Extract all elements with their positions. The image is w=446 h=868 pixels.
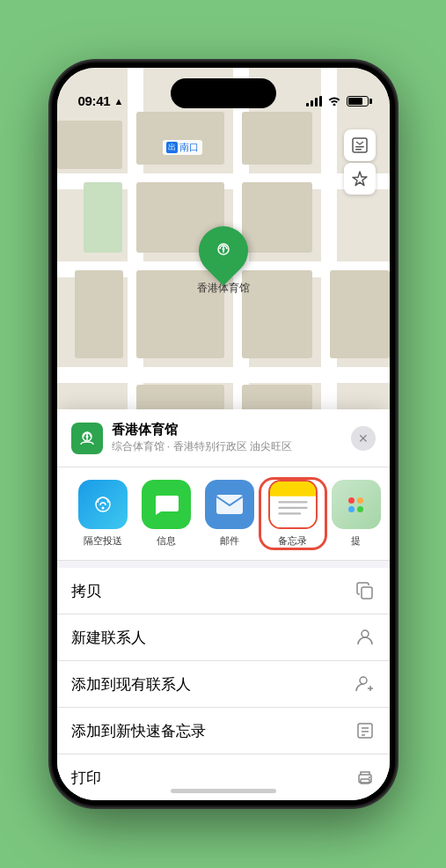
battery-icon xyxy=(347,96,369,107)
person-add-icon xyxy=(355,673,376,695)
svg-rect-13 xyxy=(270,497,316,527)
map-pin: 香港体育馆 xyxy=(197,226,250,296)
notes-label: 备忘录 xyxy=(278,534,307,548)
map-block xyxy=(75,270,123,358)
action-quick-note[interactable]: 添加到新快速备忘录 xyxy=(57,708,390,754)
action-copy[interactable]: 拷贝 xyxy=(57,568,390,614)
copy-label: 拷贝 xyxy=(71,581,101,601)
dot-orange xyxy=(357,497,363,504)
pin-inner xyxy=(206,233,241,268)
svg-rect-15 xyxy=(278,507,307,509)
svg-point-28 xyxy=(369,776,370,778)
location-card: 香港体育馆 综合体育馆 · 香港特别行政区 油尖旺区 ✕ xyxy=(57,409,390,467)
status-icons xyxy=(306,94,369,108)
messages-icon xyxy=(142,480,191,529)
map-block xyxy=(242,182,312,253)
copy-icon xyxy=(355,580,376,601)
map-block xyxy=(242,270,312,358)
map-block xyxy=(330,270,390,358)
more-apps-icon xyxy=(332,480,381,529)
phone-screen: 09:41 ▲ xyxy=(57,68,390,800)
pin-circle xyxy=(188,216,258,285)
signal-bar-2 xyxy=(311,100,313,107)
add-contact-label: 添加到现有联系人 xyxy=(71,674,191,695)
new-contact-label: 新建联系人 xyxy=(71,628,146,648)
airdrop-label: 隔空投送 xyxy=(84,534,122,548)
svg-point-19 xyxy=(360,677,367,684)
entrance-text: 南口 xyxy=(179,141,199,154)
airdrop-icon xyxy=(78,480,128,529)
location-venue-icon xyxy=(71,423,103,454)
svg-rect-16 xyxy=(278,512,301,514)
map-block xyxy=(84,182,122,253)
dot-blue xyxy=(348,506,355,512)
svg-rect-27 xyxy=(361,779,369,783)
map-block xyxy=(57,121,122,169)
svg-point-9 xyxy=(101,507,104,510)
print-icon xyxy=(355,767,376,788)
signal-bar-4 xyxy=(319,96,322,107)
map-block xyxy=(136,112,224,165)
location-icon: ▲ xyxy=(113,96,123,107)
map-type-button[interactable] xyxy=(344,129,376,161)
svg-point-18 xyxy=(362,630,369,637)
mail-label: 邮件 xyxy=(220,534,239,548)
share-item-messages[interactable]: 信息 xyxy=(135,480,198,548)
location-name: 香港体育馆 xyxy=(112,422,292,438)
share-item-mail[interactable]: 邮件 xyxy=(198,480,261,548)
print-label: 打印 xyxy=(71,768,101,788)
map-road xyxy=(57,367,390,383)
svg-point-8 xyxy=(85,435,88,438)
svg-rect-0 xyxy=(353,138,367,152)
location-info: 香港体育馆 综合体育馆 · 香港特别行政区 油尖旺区 xyxy=(71,422,292,454)
entrance-tag: 出 xyxy=(166,142,178,153)
wifi-icon xyxy=(327,94,341,108)
location-subtitle: 综合体育馆 · 香港特别行政区 油尖旺区 xyxy=(112,439,292,454)
signal-bar-3 xyxy=(315,98,318,107)
close-button[interactable]: ✕ xyxy=(351,426,376,451)
home-indicator xyxy=(171,789,276,793)
more-dots xyxy=(348,497,363,512)
location-text: 香港体育馆 综合体育馆 · 香港特别行政区 油尖旺区 xyxy=(112,422,292,454)
signal-bars xyxy=(306,96,322,107)
svg-rect-12 xyxy=(270,482,316,497)
svg-rect-2 xyxy=(355,149,362,151)
mail-icon xyxy=(205,480,254,529)
location-button[interactable] xyxy=(344,163,376,195)
action-list: 拷贝 新建联系人 xyxy=(57,568,390,800)
battery-fill xyxy=(348,98,363,105)
bottom-sheet: 香港体育馆 综合体育馆 · 香港特别行政区 油尖旺区 ✕ xyxy=(57,409,390,800)
map-controls xyxy=(344,129,376,195)
svg-rect-1 xyxy=(355,146,364,148)
phone-frame: 09:41 ▲ xyxy=(52,63,395,805)
share-item-notes[interactable]: 备忘录 xyxy=(261,480,325,548)
quick-note-label: 添加到新快速备忘录 xyxy=(71,721,206,741)
messages-label: 信息 xyxy=(157,534,176,548)
signal-bar-1 xyxy=(306,103,309,107)
notes-icon xyxy=(268,480,318,529)
share-row: 隔空投送 信息 xyxy=(57,467,390,561)
note-icon xyxy=(355,720,376,741)
svg-rect-17 xyxy=(362,587,372,599)
map-block xyxy=(242,112,312,165)
dot-green xyxy=(357,506,363,512)
action-new-contact[interactable]: 新建联系人 xyxy=(57,614,390,661)
person-icon xyxy=(355,627,376,648)
share-item-more[interactable]: 提 xyxy=(325,480,388,548)
more-label: 提 xyxy=(351,534,361,548)
dot-red xyxy=(348,497,355,504)
svg-point-5 xyxy=(222,248,224,251)
action-print[interactable]: 打印 xyxy=(57,754,390,800)
svg-rect-14 xyxy=(278,501,307,503)
status-time: 09:41 xyxy=(78,93,111,108)
action-add-contact[interactable]: 添加到现有联系人 xyxy=(57,661,390,708)
share-item-airdrop[interactable]: 隔空投送 xyxy=(71,480,135,548)
map-entrance-label: 出 南口 xyxy=(163,140,202,155)
dynamic-island xyxy=(171,78,276,108)
